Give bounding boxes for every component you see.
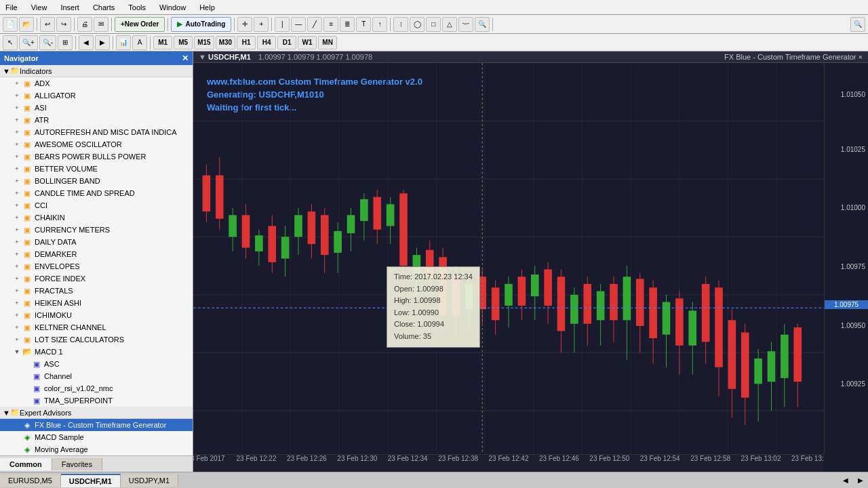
- toolbar-triangle[interactable]: △: [442, 17, 457, 32]
- tf-mode-cursor[interactable]: ↖: [3, 35, 18, 50]
- menu-window[interactable]: Window: [157, 2, 189, 13]
- toolbar-crosshair[interactable]: ✛: [237, 17, 252, 32]
- symbol-tab-usdjpy[interactable]: USDJPY,M1: [121, 474, 178, 487]
- menu-tools[interactable]: Tools: [125, 2, 149, 13]
- indicator-channel[interactable]: ▣ Channel: [0, 370, 193, 382]
- ea-moving-average[interactable]: ◈ Moving Average: [0, 443, 193, 455]
- indicator-asc[interactable]: ▣ ASC: [0, 358, 193, 370]
- indicator-demarker[interactable]: + ▣ DEMARKER: [0, 248, 193, 260]
- indicator-fractals[interactable]: + ▣ FRACTALS: [0, 285, 193, 297]
- indicator-macd1[interactable]: ▼ 📂 MACD 1: [0, 346, 193, 358]
- toolbar-shapes[interactable]: ◯: [410, 17, 425, 32]
- tf-auto[interactable]: A: [132, 35, 147, 50]
- indicator-heiken[interactable]: + ▣ HEIKEN ASHI: [0, 297, 193, 309]
- tf-scroll-right[interactable]: ▶: [95, 35, 110, 50]
- symbol-tab-usdchf[interactable]: USDCHF,M1: [61, 474, 121, 487]
- menu-file[interactable]: File: [3, 2, 20, 13]
- tf-d1[interactable]: D1: [277, 36, 296, 49]
- tf-zoom-in[interactable]: 🔍+: [19, 35, 38, 50]
- indicator-bollinger[interactable]: + ▣ BOLLINGER BAND: [0, 175, 193, 187]
- tf-h4[interactable]: H4: [257, 36, 276, 49]
- tf-h1[interactable]: H1: [237, 36, 256, 49]
- keltner-icon: ▣: [22, 322, 33, 333]
- main-layout: Navigator ✕ ▼ 📁 Indicators + ▣ ADX + ▣ A…: [0, 52, 868, 472]
- toolbar-new-chart[interactable]: 📄: [3, 17, 18, 32]
- svg-rect-25: [242, 215, 250, 247]
- indicator-color-rsi[interactable]: ▣ color_rsi_v1.02_nmc: [0, 382, 193, 394]
- navigator-scroll[interactable]: ▼ 📁 Indicators + ▣ ADX + ▣ ALLIGATOR + ▣…: [0, 65, 193, 455]
- toolbar-redo[interactable]: ↪: [56, 17, 71, 32]
- autotrading-button[interactable]: ▶ AutoTrading: [171, 17, 231, 32]
- indicator-cci[interactable]: + ▣ CCI: [0, 199, 193, 211]
- toolbar-hline[interactable]: —: [291, 17, 306, 32]
- toolbar-zoom-in[interactable]: 🔍: [475, 17, 490, 32]
- toolbar-channel[interactable]: ≡: [323, 17, 338, 32]
- toolbar-email[interactable]: ✉: [94, 17, 108, 32]
- indicator-candle-time[interactable]: + ▣ CANDLE TIME AND SPREAD: [0, 187, 193, 199]
- bv-expand: +: [12, 164, 22, 174]
- toolbar-rect[interactable]: □: [426, 17, 441, 32]
- section-indicators[interactable]: ▼ 📁 Indicators: [0, 65, 193, 77]
- ea-fxblue[interactable]: ◈ FX Blue - Custom Timeframe Generator: [0, 419, 193, 431]
- indicator-better-volume[interactable]: + ▣ BETTER VOLUME: [0, 163, 193, 175]
- navigator-close-button[interactable]: ✕: [182, 54, 189, 63]
- daily-expand: +: [12, 237, 22, 247]
- indicator-chaikin[interactable]: + ▣ CHAIKIN: [0, 211, 193, 224]
- ea-folder-icon: 📁: [10, 408, 20, 417]
- indicator-asi[interactable]: + ▣ ASI: [0, 102, 193, 114]
- menu-charts[interactable]: Charts: [90, 2, 117, 13]
- tf-scroll-left[interactable]: ◀: [79, 35, 94, 50]
- chart-canvas[interactable]: www.fxblue.com Custom Timeframe Generato…: [193, 63, 868, 472]
- indicator-atr[interactable]: + ▣ ATR: [0, 114, 193, 126]
- tf-w1[interactable]: W1: [298, 36, 317, 49]
- section-ea[interactable]: ▼ 📁 Expert Advisors: [0, 407, 193, 419]
- toolbar-wave[interactable]: 〰: [458, 17, 473, 32]
- tf-m1[interactable]: M1: [153, 36, 172, 49]
- ea-macd-sample[interactable]: ◈ MACD Sample: [0, 431, 193, 443]
- menu-insert[interactable]: Insert: [58, 2, 82, 13]
- indicator-tma[interactable]: ▣ TMA_SUPERPOINT: [0, 394, 193, 407]
- indicator-autorefresh[interactable]: + ▣ AUTOREFRESH AND MISC DATA INDICA: [0, 126, 193, 138]
- toolbar-fib[interactable]: ≣: [340, 17, 355, 32]
- toolbar-trendline[interactable]: ╱: [307, 17, 322, 32]
- indicator-envelopes[interactable]: + ▣ ENVELOPES: [0, 260, 193, 272]
- menu-help[interactable]: Help: [197, 2, 218, 13]
- symbol-tab-scroll-right[interactable]: ▶: [853, 473, 868, 488]
- indicator-currency[interactable]: + ▣ CURRENCY METERS: [0, 224, 193, 236]
- toolbar-search[interactable]: 🔍: [850, 17, 865, 32]
- menu-view[interactable]: View: [28, 2, 50, 13]
- indicator-adx[interactable]: + ▣ ADX: [0, 77, 193, 89]
- indicator-lot-size[interactable]: + ▣ LOT SIZE CALCULATORS: [0, 333, 193, 346]
- tf-zoom-out[interactable]: 🔍-: [39, 35, 56, 50]
- chart-tooltip: Time: 2017.02.23 12:34 Open: 1.00998 Hig…: [387, 266, 480, 348]
- toolbar-undo[interactable]: ↩: [40, 17, 55, 32]
- new-order-button[interactable]: + New Order: [115, 17, 165, 32]
- toolbar-print[interactable]: 🖨: [77, 17, 92, 32]
- indicator-awesome[interactable]: + ▣ AWESOME OSCILLATOR: [0, 138, 193, 150]
- toolbar-period-sep[interactable]: ⫶: [393, 17, 408, 32]
- indicator-daily-data[interactable]: + ▣ DAILY DATA: [0, 236, 193, 248]
- time-label-5: 23 Feb 12:38: [438, 455, 478, 462]
- indicator-ichimoku[interactable]: + ▣ ICHIMOKU: [0, 309, 193, 321]
- tf-chart-type[interactable]: ⊞: [58, 35, 73, 50]
- toolbar-vline[interactable]: |: [275, 17, 290, 32]
- tf-m30[interactable]: M30: [216, 36, 235, 49]
- toolbar-text[interactable]: T: [356, 17, 371, 32]
- symbol-tab-eurusd[interactable]: EURUSD,M5: [0, 474, 61, 487]
- toolbar-arrow[interactable]: ↑: [372, 17, 387, 32]
- time-scale: 23 Feb 2017 23 Feb 12:22 23 Feb 12:26 23…: [193, 454, 824, 472]
- toolbar-open[interactable]: 📂: [19, 17, 34, 32]
- indicator-bears[interactable]: + ▣ BEARS POWER BULLS POWER: [0, 150, 193, 163]
- tf-mn[interactable]: MN: [318, 36, 337, 49]
- tab-common[interactable]: Common: [0, 458, 52, 470]
- svg-rect-98: [715, 287, 723, 367]
- toolbar-plus[interactable]: +: [254, 17, 269, 32]
- indicator-alligator[interactable]: + ▣ ALLIGATOR: [0, 89, 193, 102]
- tf-m5[interactable]: M5: [174, 36, 193, 49]
- indicator-keltner[interactable]: + ▣ KELTNER CHANNEL: [0, 321, 193, 333]
- symbol-tab-scroll-left[interactable]: ◀: [838, 473, 853, 488]
- indicator-force-index[interactable]: + ▣ FORCE INDEX: [0, 272, 193, 285]
- tf-indicator[interactable]: 📊: [116, 35, 131, 50]
- tab-favorites[interactable]: Favorites: [52, 458, 102, 470]
- tf-m15[interactable]: M15: [194, 36, 214, 49]
